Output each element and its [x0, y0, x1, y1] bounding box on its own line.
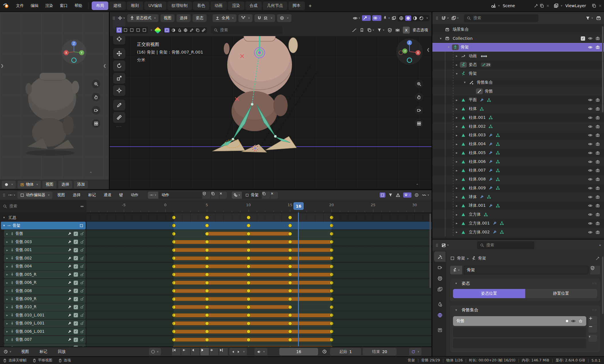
tab-render[interactable] — [434, 262, 446, 273]
previous-keyframe-button[interactable] — [181, 348, 190, 355]
menu-1[interactable]: 编辑 — [27, 2, 42, 9]
keyframe-hold-bar[interactable] — [174, 346, 332, 347]
outliner-row-Collection[interactable]: ▾Collection✓ — [432, 34, 604, 43]
camera-icon[interactable] — [595, 124, 600, 129]
add-workspace-button[interactable]: + — [306, 2, 315, 9]
scene-name[interactable]: Scene — [503, 3, 530, 8]
keyframe[interactable] — [330, 281, 334, 285]
keyframe[interactable] — [247, 281, 250, 285]
keyframe[interactable] — [172, 248, 176, 252]
unlink-slot-button[interactable]: ✕ — [270, 192, 278, 199]
keyframe[interactable] — [172, 232, 176, 236]
mode-dropdown[interactable]: 物体∨ — [17, 181, 41, 188]
eye-icon[interactable] — [588, 186, 593, 190]
keyframe[interactable] — [330, 297, 334, 301]
tab-output[interactable] — [434, 273, 446, 284]
enable-checkbox[interactable]: ✓ — [74, 256, 78, 260]
keyframe[interactable] — [172, 338, 176, 342]
enable-checkbox[interactable]: ✓ — [74, 240, 78, 244]
asset-shelf-arrow[interactable]: ⌃ — [89, 171, 92, 175]
datablock-name-field[interactable]: 骨架 — [464, 266, 589, 274]
menu-通道[interactable]: 通道 — [101, 192, 114, 199]
jump-to-end-button[interactable] — [219, 348, 228, 355]
keyframe[interactable] — [172, 322, 176, 325]
workspace-tab-脚本[interactable]: 脚本 — [288, 1, 305, 10]
keyframe[interactable] — [172, 256, 176, 260]
menu-回放[interactable]: 回放 — [55, 348, 68, 355]
keyframe[interactable] — [172, 216, 176, 219]
editor-mode-dropdown[interactable]: 动作编辑器∨ — [17, 192, 52, 199]
tab-collection[interactable] — [434, 325, 446, 335]
keyframe[interactable] — [288, 322, 292, 325]
keyframe[interactable] — [205, 281, 209, 285]
menu-4[interactable]: 帮助 — [71, 2, 86, 9]
channel-骨骼.008[interactable]: ▸骨骼.008✓ — [4, 287, 86, 295]
display-mode-dropdown[interactable]: ∨ — [441, 16, 449, 21]
checkbox-icon[interactable]: ✓ — [581, 36, 585, 41]
keyframe[interactable] — [330, 305, 334, 309]
eye-icon[interactable] — [588, 36, 593, 41]
lock-icon[interactable] — [80, 297, 84, 301]
eye-icon[interactable] — [588, 115, 593, 120]
expand-icon[interactable]: ▸ — [454, 142, 460, 146]
keyframe-hold-bar[interactable] — [174, 264, 332, 268]
keyframe[interactable] — [288, 313, 292, 317]
pin-channel-icon[interactable] — [10, 256, 14, 260]
pin-channel-icon[interactable] — [10, 281, 14, 285]
expand-icon[interactable]: ▸ — [4, 232, 10, 236]
keyframe[interactable] — [330, 330, 334, 333]
camera-icon[interactable] — [595, 45, 600, 50]
keyframe[interactable] — [172, 289, 176, 293]
header-grip-icon[interactable] — [112, 16, 116, 20]
keyframe[interactable] — [330, 240, 334, 244]
workspace-tab-UV编辑[interactable]: UV编辑 — [144, 1, 166, 10]
brush-toggle-icon[interactable] — [189, 28, 194, 32]
workspace-tab-建模[interactable]: 建模 — [109, 1, 126, 10]
keyframe[interactable] — [330, 289, 334, 293]
x-mirror-icon[interactable] — [395, 28, 400, 33]
keyframe[interactable] — [247, 248, 250, 252]
nav-gizmo[interactable]: ZX-Y — [396, 38, 423, 65]
keyframe[interactable] — [247, 346, 250, 347]
mode-dropdown[interactable]: 姿态模式∨ — [127, 14, 159, 22]
properties-scrollbar[interactable] — [602, 257, 603, 314]
jump-to-start-button[interactable] — [172, 348, 181, 355]
eye-icon[interactable] — [588, 195, 593, 199]
step-back-icon[interactable] — [231, 350, 235, 354]
pin-channel-icon[interactable] — [10, 330, 14, 333]
keyframe[interactable] — [288, 338, 292, 342]
camera-icon[interactable] — [595, 133, 600, 137]
pin-icon[interactable] — [595, 256, 600, 261]
keyframe[interactable] — [330, 216, 334, 219]
enable-checkbox[interactable]: ✓ — [74, 329, 78, 334]
expand-icon[interactable]: ▸ — [454, 133, 460, 137]
keyframe[interactable] — [247, 330, 250, 333]
bookmark-icon[interactable] — [360, 28, 364, 32]
keyframe-hold-bar[interactable] — [174, 297, 332, 301]
workspace-tab-着色[interactable]: 着色 — [193, 1, 209, 10]
keyframe[interactable] — [330, 313, 334, 317]
outliner-row-立方体.002[interactable]: ▸立方体.002 — [432, 228, 604, 237]
lock-icon[interactable] — [80, 305, 84, 309]
x-axis-toggle[interactable]: X — [403, 27, 410, 34]
favorite-icon[interactable] — [578, 319, 583, 323]
bone-collections-header[interactable]: ▾骨骼集合⁙⁙ — [453, 307, 597, 313]
keyframe[interactable] — [330, 346, 334, 347]
keyframe[interactable] — [205, 232, 209, 236]
outliner-row-骨架[interactable]: ▾骨架 — [432, 43, 604, 52]
proportional-edit-controls[interactable]: ∨ — [277, 14, 291, 22]
modifier-icon[interactable] — [68, 248, 72, 252]
eye-icon[interactable] — [588, 142, 593, 146]
menu-姿态[interactable]: 姿态 — [193, 14, 207, 22]
expand-icon[interactable]: ▸ — [454, 107, 460, 111]
pin-channel-icon[interactable] — [10, 240, 14, 244]
proportional-toggle-icon[interactable] — [280, 16, 284, 20]
sidebar-expand-arrow[interactable]: ❮ — [103, 64, 106, 68]
timeline-ruler[interactable]: -505101520253016 — [87, 200, 432, 213]
enable-checkbox[interactable]: ✓ — [74, 272, 78, 277]
expand-icon[interactable]: ▸ — [4, 313, 10, 317]
outliner-row-柱体.005[interactable]: ▸柱体.005 — [432, 149, 604, 158]
keyframe[interactable] — [288, 330, 292, 333]
playhead-line[interactable] — [298, 213, 299, 347]
tab-scene[interactable] — [434, 299, 446, 309]
